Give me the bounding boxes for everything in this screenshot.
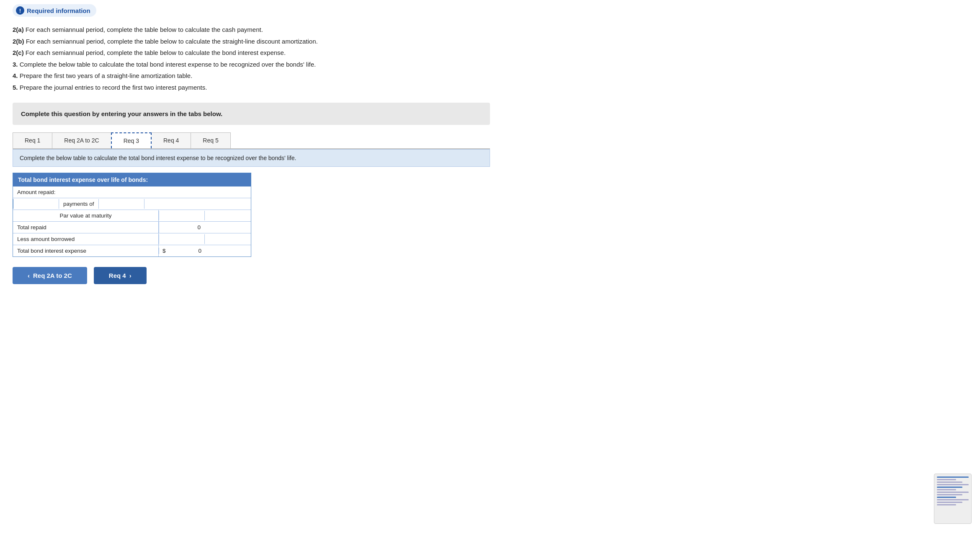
badge-text: Required information [27,7,90,14]
amount-repaid-label: Amount repaid: [13,186,251,198]
total-expense-value: 0 [168,248,205,254]
less-borrowed-empty [205,237,251,242]
total-expense-label: Total bond interest expense [13,245,159,256]
instruction-4: 4. Prepare the first two years of a stra… [13,70,490,81]
par-value-empty [205,213,251,218]
dollar-sign: $ [159,248,168,254]
par-value-label: Par value at maturity [13,210,159,221]
tab-req4[interactable]: Req 4 [151,132,191,148]
par-value-input[interactable] [159,211,205,220]
payments-amount-input[interactable] [98,199,144,209]
tab-req1[interactable]: Req 1 [13,132,52,148]
payments-of-label: payments of [59,198,98,210]
total-expense-row: Total bond interest expense $ 0 [13,245,251,256]
bond-interest-table: Total bond interest expense over life of… [13,173,251,257]
tabs-row: Req 1 Req 2A to 2C Req 3 Req 4 Req 5 [13,132,490,149]
info-icon: ! [16,6,24,15]
nav-buttons: ‹ Req 2A to 2C Req 4 › [13,267,490,284]
tab-req2a2c[interactable]: Req 2A to 2C [52,132,111,148]
prev-button[interactable]: ‹ Req 2A to 2C [13,267,87,284]
par-value-row: Par value at maturity [13,210,251,222]
required-info-badge: ! Required information [13,4,96,17]
less-borrowed-row: Less amount borrowed [13,233,251,245]
less-borrowed-label: Less amount borrowed [13,233,159,245]
total-repaid-empty2 [205,225,251,230]
tab-req3[interactable]: Req 3 [111,132,152,148]
instruction-5: 5. Prepare the journal entries to record… [13,82,490,93]
prev-chevron-icon: ‹ [28,272,30,279]
instructions-block: 2(a) For each semiannual period, complet… [13,24,490,93]
payments-row: payments of [13,198,251,210]
total-expense-value-cell: $ 0 [159,248,205,254]
instruction-2b: 2(b) For each semiannual period, complet… [13,36,490,47]
total-repaid-label: Total repaid [13,222,159,233]
instruction-2a: 2(a) For each semiannual period, complet… [13,24,490,35]
instruction-2c: 2(c) For each semiannual period, complet… [13,47,490,58]
next-button-label: Req 4 [109,272,126,279]
table-header: Total bond interest expense over life of… [13,173,251,186]
next-button[interactable]: Req 4 › [94,267,147,284]
tab-req5[interactable]: Req 5 [191,132,230,148]
next-chevron-icon: › [129,272,132,279]
total-repaid-row: Total repaid 0 [13,222,251,233]
instruction-3: 3. Complete the below table to calculate… [13,59,490,70]
total-expense-empty [205,249,251,254]
total-repaid-value: 0 [159,222,205,233]
payments-count-input[interactable] [13,199,59,209]
less-borrowed-input[interactable] [159,234,205,244]
complete-box: Complete this question by entering your … [13,103,490,125]
prev-button-label: Req 2A to 2C [33,272,72,279]
tab-description: Complete the below table to calculate th… [13,149,490,167]
